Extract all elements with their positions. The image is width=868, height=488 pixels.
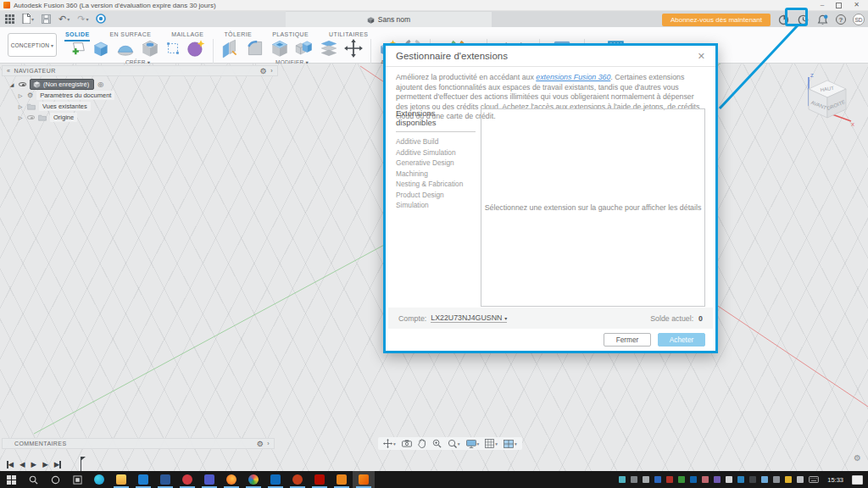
tray-icon[interactable]	[631, 476, 637, 483]
fillet-icon[interactable]	[245, 38, 265, 58]
box-primitive-icon[interactable]	[164, 40, 181, 57]
collapsed-triangle-icon[interactable]: ▷	[17, 103, 24, 109]
go-to-end-button[interactable]: ▶	[54, 460, 61, 469]
grid-settings-button[interactable]: ▾	[485, 439, 498, 448]
notifications-button[interactable]	[816, 14, 829, 26]
workspace-selector[interactable]: CONCEPTION ▾	[8, 33, 57, 57]
user-avatar[interactable]: SD	[853, 14, 865, 25]
tree-item-document-settings[interactable]: ▷ ⚙ Paramètres du document	[8, 90, 114, 101]
subscribe-button[interactable]: Abonnez-vous dès maintenant	[662, 14, 771, 26]
ground-circle-icon[interactable]: ◎	[97, 80, 103, 88]
touch-keyboard-icon[interactable]	[809, 476, 819, 483]
taskbar-app-fusion360[interactable]	[353, 471, 375, 488]
tree-root-row[interactable]: ◢ (Non enregistré) ◎	[8, 79, 114, 90]
tray-icon[interactable]	[678, 476, 685, 483]
pan-button[interactable]	[418, 439, 426, 448]
form-icon[interactable]	[186, 38, 206, 58]
taskbar-search-button[interactable]	[22, 471, 44, 488]
tray-icon[interactable]	[690, 476, 697, 483]
comments-chevron-icon[interactable]: ›	[267, 441, 270, 446]
buy-button[interactable]: Acheter	[658, 333, 705, 347]
move-icon[interactable]	[343, 38, 364, 58]
visibility-eye-icon[interactable]	[27, 115, 35, 119]
extension-item-product-design[interactable]: Product Design	[396, 190, 476, 201]
extension-manager-button[interactable]	[777, 14, 790, 26]
extrude-icon[interactable]	[91, 38, 111, 58]
comments-panel-header[interactable]: COMMENTAIRES ⚙ ›	[2, 438, 275, 449]
taskbar-app-acrobat[interactable]	[309, 471, 331, 488]
redo-button[interactable]: ↷ ▾	[77, 13, 88, 25]
combine-icon[interactable]	[294, 38, 314, 58]
comments-gear-icon[interactable]: ⚙	[257, 440, 264, 448]
taskbar-app-photos[interactable]	[132, 471, 154, 488]
tray-icon[interactable]	[619, 476, 626, 483]
orbit-button[interactable]: ▾	[383, 439, 396, 448]
extension-item-nesting-fabrication[interactable]: Nesting & Fabrication	[396, 179, 476, 190]
close-button[interactable]: Fermer	[604, 333, 651, 347]
extension-item-additive-simulation[interactable]: Additive Simulation	[396, 147, 476, 158]
tray-icon[interactable]	[785, 476, 792, 483]
expand-triangle-icon[interactable]: ◢	[8, 81, 15, 87]
tray-icon[interactable]	[761, 476, 768, 483]
data-panel-button[interactable]	[5, 14, 14, 24]
extensions-link[interactable]: extensions Fusion 360	[536, 73, 610, 81]
shell-icon[interactable]	[270, 38, 290, 58]
action-center-icon[interactable]	[852, 475, 863, 485]
taskbar-app-publisher[interactable]	[331, 471, 353, 488]
extension-item-generative-design[interactable]: Generative Design	[396, 158, 476, 169]
create-sketch-icon[interactable]	[70, 40, 86, 57]
tray-icon[interactable]	[749, 476, 756, 483]
taskbar-app-paint[interactable]	[242, 471, 264, 488]
file-menu-button[interactable]: ▾	[22, 14, 34, 24]
document-tab[interactable]: Sans nom	[286, 12, 492, 27]
tray-icon[interactable]	[797, 476, 804, 483]
taskbar-clock[interactable]: 15:33	[824, 476, 847, 484]
look-at-button[interactable]	[402, 440, 412, 447]
collapsed-triangle-icon[interactable]: ▷	[17, 92, 24, 98]
taskbar-app-teams[interactable]	[198, 471, 220, 488]
task-view-button[interactable]	[66, 471, 88, 488]
collapsed-triangle-icon[interactable]: ▷	[17, 114, 24, 120]
panel-settings-gear-icon[interactable]: ⚙	[260, 67, 268, 75]
dialog-close-button[interactable]: ✕	[698, 51, 705, 62]
timeline-settings-gear-icon[interactable]: ⚙	[854, 453, 861, 463]
job-status-button[interactable]	[96, 14, 106, 24]
root-document-badge[interactable]: (Non enregistré)	[30, 79, 94, 90]
taskbar-app-mail[interactable]	[154, 471, 176, 488]
step-forward-button[interactable]: ▶	[42, 460, 48, 469]
extension-item-simulation[interactable]: Simulation	[396, 200, 476, 211]
start-button[interactable]	[0, 471, 22, 488]
offset-face-icon[interactable]	[319, 38, 339, 58]
taskbar-app-outlook[interactable]	[264, 471, 287, 488]
tray-icon[interactable]	[702, 476, 709, 483]
timeline-marker[interactable]	[77, 457, 86, 472]
help-button[interactable]: ?	[836, 14, 846, 25]
revolve-icon[interactable]	[115, 38, 136, 58]
fit-button[interactable]: ▾	[448, 439, 460, 448]
hole-icon[interactable]	[140, 38, 160, 58]
viewports-button[interactable]: ▾	[504, 440, 517, 448]
account-selector[interactable]: LX22U73NJ4GUSNN▾	[431, 313, 507, 323]
visibility-eye-icon[interactable]	[19, 82, 26, 86]
extension-item-machining[interactable]: Machining	[396, 169, 476, 180]
taskbar-app-firefox[interactable]	[220, 471, 242, 488]
close-window-button[interactable]: ✕	[854, 2, 860, 8]
step-back-button[interactable]: ◀	[19, 460, 25, 469]
maximize-button[interactable]	[836, 3, 842, 8]
taskbar-app-media[interactable]	[287, 471, 309, 488]
tray-icon[interactable]	[726, 476, 732, 483]
tree-item-origin[interactable]: ▷ Origine	[8, 112, 114, 123]
taskbar-app-edge[interactable]	[88, 471, 110, 488]
tray-icon[interactable]	[666, 476, 673, 483]
tray-icon[interactable]	[773, 476, 780, 483]
panel-chevron-icon[interactable]: ›	[270, 68, 273, 74]
display-settings-button[interactable]: ▾	[466, 440, 480, 448]
go-to-start-button[interactable]: ◀	[7, 460, 14, 469]
extension-item-additive-build[interactable]: Additive Build	[396, 136, 476, 147]
navigator-panel-header[interactable]: « NAVIGATEUR ⚙ ›	[2, 65, 278, 76]
tray-icon[interactable]	[654, 476, 661, 483]
zoom-button[interactable]	[432, 439, 442, 448]
tray-icon[interactable]	[643, 476, 649, 483]
collapse-panel-icon[interactable]: «	[7, 68, 10, 74]
taskbar-app-explorer[interactable]	[110, 471, 132, 488]
